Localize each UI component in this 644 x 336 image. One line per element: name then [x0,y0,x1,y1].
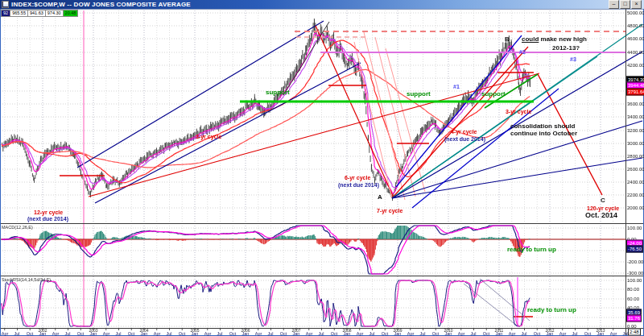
time-axis-corner-box: 2:48 [628,329,641,336]
support-label-2: support [407,91,431,97]
time-axis-month: Jul [318,331,324,336]
price-axis-label: 3600.00 [627,102,644,106]
wave-label-a: A [378,194,382,201]
time-axis-month: Apr [255,331,262,336]
window-title: INDEX:$COMP,W -- DOW JONES COMPOSITE AVE… [11,1,191,9]
price-axis-label: 5000.00 [627,10,644,15]
cycle-due-12yr: (next due 2014) [27,216,68,222]
macd-axis-label: 100.00 [627,226,642,230]
price-axis-label: 3000.00 [627,141,644,146]
price-axis-label: 2800.00 [627,154,644,159]
price-axis-label: 2600.00 [627,167,644,172]
time-axis-month: Jul [470,331,476,336]
macd-axis-label: -300.00 [627,271,643,276]
price-axis-label: 2200.00 [627,193,644,197]
time-axis-month: Jul [572,331,577,336]
time-axis-month: Jan [141,331,148,336]
support-label-3: support [481,91,506,97]
time-axis-month: Jan [394,331,402,336]
price-axis-label: 4800.00 [627,23,644,28]
time-axis-month: Apr [306,331,313,336]
time-axis-month: Jul [217,331,222,336]
consolidation-note-2: continue into October [510,131,577,137]
time-axis-month: Jul [369,331,374,336]
time-axis-month: Jul [267,331,273,336]
cycle-label-3yr-left: 3-yr cycle [196,134,221,139]
chart-overlay: MACD(12,26,E) StochRSI(14,14,5d/3d,E) 50… [0,0,644,336]
time-axis-month: Jan [90,331,97,336]
time-axis-month: Jan [192,331,199,336]
time-axis-month: Oct [331,331,338,336]
annotation-text: make new high [539,35,587,43]
cycle-label-3yr-right: 3-yr cycle [506,109,531,114]
wave-label-b: B [505,36,510,43]
time-axis-month: Jan [344,331,351,336]
chart-window: INDEX:$COMP,W -- DOW JONES COMPOSITE AVE… [0,0,644,336]
time-axis-month: Oct [128,331,135,336]
maximize-button[interactable]: □ [620,0,630,9]
new-high-note-2: 2012-13? [552,45,580,52]
price-axis-label: 3400.00 [627,114,644,119]
quote-cell: 974.30 [45,10,64,17]
app-icon [2,1,9,8]
close-button[interactable]: × [631,0,642,9]
time-axis-month: Jan [597,331,605,336]
quote-cell: 20.48 [63,10,79,17]
stoch-axis-label: 60.00 [627,297,639,301]
wave-count-3: #3 [570,56,576,62]
minimize-button[interactable]: – [609,0,619,9]
time-axis-month: Apr [357,331,364,336]
annotation-underlined-word: could [522,35,539,43]
time-axis-month: Oct [483,331,490,336]
time-axis-month: Jul [419,331,425,336]
price-axis-label: 3200.00 [627,128,644,133]
new-high-note: could make new high [522,36,587,43]
macd-axis-value-box: -76.50 [626,246,643,253]
time-axis-month: Oct [77,331,85,336]
time-axis-month: Jan [547,331,554,336]
cycle-due-6yr: (next due 2014) [338,182,379,188]
time-axis-month: Jul [521,331,526,336]
cycle-label-6yr: 6-yr cycle [345,175,370,180]
time-axis-month: Oct [432,331,440,336]
time-axis-month: Oct [280,331,287,336]
time-axis-month: Apr [154,331,161,336]
time-axis-month: Apr [204,331,212,336]
price-axis-label: 4400.00 [627,50,644,55]
time-axis-month: Jul [14,331,19,336]
time-axis-month: Jan [242,331,250,336]
cycle-label-7yr: 7-yr cycle [377,208,402,214]
time-axis-month: Oct [179,331,186,336]
time-axis-month: Oct [534,331,541,336]
wave-count-1: #1 [453,84,460,89]
wave-count-2: #2 [519,49,526,55]
time-axis-month: Oct [584,331,592,336]
target-date-label: Oct. 2014 [585,212,617,219]
support-label-1: support [266,89,290,96]
time-axis-month: Oct [229,331,237,336]
quote-cell: 941.63 [27,10,46,17]
time-axis-month: Apr [559,331,567,336]
price-axis-label: 2000.00 [627,205,644,210]
time-axis-month: Apr [2,331,9,336]
cycle-due-4yr: (next due 2014) [444,136,485,142]
cycle-label-4yr: 4-yr cycle [451,129,477,135]
wave-label-c: C [601,197,605,204]
time-axis-month: Apr [407,331,415,336]
stoch-panel-label: StochRSI(14,14,5d/3d,E) [2,277,51,282]
time-axis-month: Jan [496,331,503,336]
price-axis-value-box: 3791.64 [626,89,644,96]
macd-turn-note: ready to turn up [507,247,556,253]
macd-axis-label: -200.00 [627,259,643,264]
time-axis-month: Jan [39,331,47,336]
window-titlebar[interactable]: INDEX:$COMP,W -- DOW JONES COMPOSITE AVE… [0,0,644,9]
price-axis-label: 2400.00 [627,180,644,185]
time-axis-month: Apr [103,331,110,336]
stoch-turn-note: ready to turn up [527,307,576,313]
quote-cell: 965.55 [10,10,28,17]
time-axis-month: Jan [293,331,300,336]
time-axis-month: Apr [509,331,516,336]
macd-panel-label: MACD(12,26,E) [2,225,33,230]
time-axis-month: Oct [382,331,389,336]
time-axis-month: Apr [610,331,617,336]
